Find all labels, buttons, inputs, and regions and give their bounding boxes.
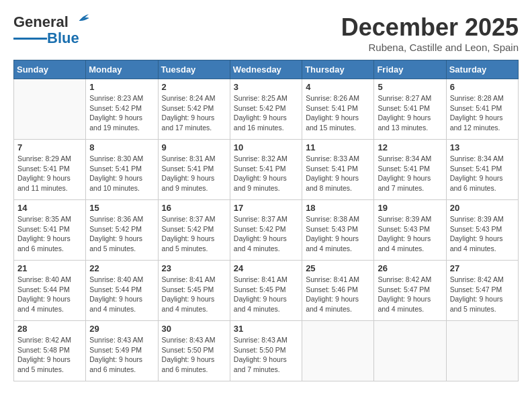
sunrise-text: Sunrise: 8:29 AM — [17, 154, 82, 164]
calendar-cell: 8Sunrise: 8:30 AMSunset: 5:41 PMDaylight… — [86, 140, 158, 200]
day-info: Sunrise: 8:34 AMSunset: 5:41 PMDaylight:… — [378, 154, 442, 193]
daylight-text: Daylight: 9 hours and 6 minutes. — [162, 355, 226, 374]
daylight-text: Daylight: 9 hours and 9 minutes. — [162, 173, 226, 193]
day-number: 26 — [378, 263, 442, 273]
calendar-cell: 19Sunrise: 8:39 AMSunset: 5:43 PMDayligh… — [374, 200, 446, 261]
daylight-text: Daylight: 9 hours and 9 minutes. — [234, 173, 298, 193]
daylight-text: Daylight: 9 hours and 4 minutes. — [17, 294, 82, 314]
calendar-cell: 12Sunrise: 8:34 AMSunset: 5:41 PMDayligh… — [374, 140, 446, 200]
calendar-cell: 25Sunrise: 8:41 AMSunset: 5:46 PMDayligh… — [302, 261, 374, 321]
day-info: Sunrise: 8:26 AMSunset: 5:41 PMDaylight:… — [306, 93, 370, 133]
calendar-cell — [446, 321, 518, 381]
day-number: 9 — [162, 142, 226, 152]
calendar-table: SundayMondayTuesdayWednesdayThursdayFrid… — [13, 60, 519, 381]
sunrise-text: Sunrise: 8:39 AM — [378, 214, 442, 224]
daylight-text: Daylight: 9 hours and 4 minutes. — [234, 234, 298, 253]
day-number: 5 — [378, 82, 442, 92]
calendar-cell: 18Sunrise: 8:38 AMSunset: 5:43 PMDayligh… — [302, 200, 374, 261]
daylight-text: Daylight: 9 hours and 4 minutes. — [378, 234, 442, 253]
sunset-text: Sunset: 5:43 PM — [450, 224, 515, 234]
calendar-cell: 24Sunrise: 8:41 AMSunset: 5:45 PMDayligh… — [230, 261, 302, 321]
calendar-cell: 26Sunrise: 8:42 AMSunset: 5:47 PMDayligh… — [374, 261, 446, 321]
sunset-text: Sunset: 5:47 PM — [450, 285, 515, 295]
day-info: Sunrise: 8:40 AMSunset: 5:44 PMDaylight:… — [17, 275, 82, 314]
month-title: December 2025 — [341, 13, 519, 42]
calendar-cell: 22Sunrise: 8:40 AMSunset: 5:44 PMDayligh… — [86, 261, 158, 321]
daylight-text: Daylight: 9 hours and 6 minutes. — [17, 234, 82, 253]
day-number: 7 — [17, 142, 82, 152]
day-info: Sunrise: 8:35 AMSunset: 5:41 PMDaylight:… — [17, 214, 82, 254]
daylight-text: Daylight: 9 hours and 6 minutes. — [89, 355, 154, 374]
calendar-week-row: 28Sunrise: 8:42 AMSunset: 5:48 PMDayligh… — [14, 321, 519, 381]
day-number: 13 — [450, 142, 515, 152]
logo-bird-icon — [70, 14, 89, 28]
sunset-text: Sunset: 5:49 PM — [89, 345, 154, 355]
calendar-cell: 11Sunrise: 8:33 AMSunset: 5:41 PMDayligh… — [302, 140, 374, 200]
calendar-cell — [302, 321, 374, 381]
sunrise-text: Sunrise: 8:28 AM — [450, 93, 515, 103]
calendar-cell: 28Sunrise: 8:42 AMSunset: 5:48 PMDayligh… — [14, 321, 86, 381]
day-of-week-header: Monday — [86, 60, 158, 79]
day-number: 29 — [89, 324, 154, 334]
daylight-text: Daylight: 9 hours and 19 minutes. — [89, 113, 154, 132]
sunrise-text: Sunrise: 8:37 AM — [234, 214, 298, 224]
daylight-text: Daylight: 9 hours and 12 minutes. — [450, 113, 515, 132]
daylight-text: Daylight: 9 hours and 4 minutes. — [306, 234, 370, 253]
sunrise-text: Sunrise: 8:37 AM — [162, 214, 226, 224]
day-info: Sunrise: 8:33 AMSunset: 5:41 PMDaylight:… — [306, 154, 370, 193]
calendar-cell: 17Sunrise: 8:37 AMSunset: 5:42 PMDayligh… — [230, 200, 302, 261]
sunrise-text: Sunrise: 8:43 AM — [89, 335, 154, 345]
calendar-cell: 16Sunrise: 8:37 AMSunset: 5:42 PMDayligh… — [158, 200, 230, 261]
sunset-text: Sunset: 5:48 PM — [17, 345, 82, 355]
day-info: Sunrise: 8:29 AMSunset: 5:41 PMDaylight:… — [17, 154, 82, 193]
day-info: Sunrise: 8:42 AMSunset: 5:47 PMDaylight:… — [378, 275, 442, 314]
sunset-text: Sunset: 5:41 PM — [306, 164, 370, 174]
day-number: 15 — [89, 203, 154, 213]
calendar-cell: 23Sunrise: 8:41 AMSunset: 5:45 PMDayligh… — [158, 261, 230, 321]
calendar-cell: 15Sunrise: 8:36 AMSunset: 5:42 PMDayligh… — [86, 200, 158, 261]
day-number: 4 — [306, 82, 370, 92]
day-info: Sunrise: 8:23 AMSunset: 5:42 PMDaylight:… — [89, 93, 154, 133]
sunrise-text: Sunrise: 8:34 AM — [450, 154, 515, 164]
day-of-week-header: Friday — [374, 60, 446, 79]
sunset-text: Sunset: 5:41 PM — [378, 103, 442, 113]
calendar-cell: 30Sunrise: 8:43 AMSunset: 5:50 PMDayligh… — [158, 321, 230, 381]
day-info: Sunrise: 8:27 AMSunset: 5:41 PMDaylight:… — [378, 93, 442, 133]
sunset-text: Sunset: 5:41 PM — [162, 164, 226, 174]
daylight-text: Daylight: 9 hours and 4 minutes. — [234, 294, 298, 314]
sunrise-text: Sunrise: 8:24 AM — [162, 93, 226, 103]
day-info: Sunrise: 8:30 AMSunset: 5:41 PMDaylight:… — [89, 154, 154, 193]
sunset-text: Sunset: 5:41 PM — [234, 164, 298, 174]
daylight-text: Daylight: 9 hours and 5 minutes. — [17, 355, 82, 374]
logo-general: General — [13, 13, 69, 31]
day-info: Sunrise: 8:39 AMSunset: 5:43 PMDaylight:… — [450, 214, 515, 254]
calendar-week-row: 14Sunrise: 8:35 AMSunset: 5:41 PMDayligh… — [14, 200, 519, 261]
calendar-cell: 1Sunrise: 8:23 AMSunset: 5:42 PMDaylight… — [86, 79, 158, 140]
sunset-text: Sunset: 5:43 PM — [378, 224, 442, 234]
logo-blue: Blue — [47, 30, 79, 47]
sunrise-text: Sunrise: 8:33 AM — [306, 154, 370, 164]
page-header: General Blue December 2025 Rubena, Casti… — [13, 13, 519, 53]
day-info: Sunrise: 8:34 AMSunset: 5:41 PMDaylight:… — [450, 154, 515, 193]
sunrise-text: Sunrise: 8:23 AM — [89, 93, 154, 103]
day-info: Sunrise: 8:42 AMSunset: 5:47 PMDaylight:… — [450, 275, 515, 314]
day-info: Sunrise: 8:38 AMSunset: 5:43 PMDaylight:… — [306, 214, 370, 254]
sunrise-text: Sunrise: 8:42 AM — [17, 335, 82, 345]
day-of-week-header: Thursday — [302, 60, 374, 79]
daylight-text: Daylight: 9 hours and 8 minutes. — [306, 173, 370, 193]
daylight-text: Daylight: 9 hours and 10 minutes. — [89, 173, 154, 193]
calendar-cell: 27Sunrise: 8:42 AMSunset: 5:47 PMDayligh… — [446, 261, 518, 321]
daylight-text: Daylight: 9 hours and 6 minutes. — [450, 173, 515, 193]
sunrise-text: Sunrise: 8:41 AM — [162, 275, 226, 285]
sunset-text: Sunset: 5:41 PM — [378, 164, 442, 174]
calendar-week-row: 1Sunrise: 8:23 AMSunset: 5:42 PMDaylight… — [14, 79, 519, 140]
logo: General Blue — [13, 13, 89, 47]
day-info: Sunrise: 8:41 AMSunset: 5:45 PMDaylight:… — [234, 275, 298, 314]
location-subtitle: Rubena, Castille and Leon, Spain — [341, 42, 519, 53]
day-number: 22 — [89, 263, 154, 273]
calendar-cell: 14Sunrise: 8:35 AMSunset: 5:41 PMDayligh… — [14, 200, 86, 261]
sunset-text: Sunset: 5:50 PM — [162, 345, 226, 355]
sunset-text: Sunset: 5:42 PM — [89, 224, 154, 234]
daylight-text: Daylight: 9 hours and 5 minutes. — [89, 234, 154, 253]
day-info: Sunrise: 8:41 AMSunset: 5:46 PMDaylight:… — [306, 275, 370, 314]
